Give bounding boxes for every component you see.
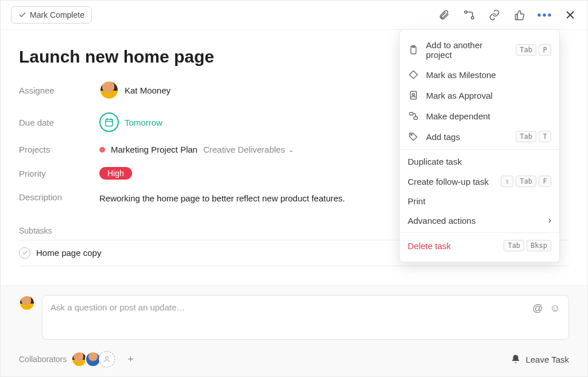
svg-rect-14 [409, 112, 413, 115]
priority-label: Priority [19, 169, 99, 178]
chevron-down-icon: ⌄ [288, 146, 294, 154]
menu-item-label: Mark as Approval [426, 91, 493, 100]
collaborators: Collaborators + [19, 351, 134, 367]
subtask-check-icon[interactable] [19, 247, 30, 259]
link-icon[interactable] [488, 8, 501, 22]
assignee-avatar [99, 80, 119, 100]
menu-item[interactable]: Add tagsTabT [400, 126, 559, 147]
collaborator-avatars[interactable] [74, 351, 115, 367]
leave-task-label: Leave Task [525, 355, 569, 364]
check-icon [18, 11, 26, 19]
menu-item[interactable]: Print [400, 192, 559, 211]
projects-value[interactable]: Marketing Project Plan Creative Delivera… [99, 145, 294, 154]
svg-point-13 [412, 94, 415, 96]
menu-item[interactable]: Mark as Approval [400, 85, 559, 106]
calendar-icon [99, 112, 119, 132]
priority-value[interactable]: High [99, 167, 132, 180]
subtask-title: Home page copy [36, 248, 101, 258]
menu-item[interactable]: Advanced actions› [400, 211, 559, 230]
menu-item-label: Delete task [408, 241, 451, 251]
keyboard-shortcut-key: F [539, 176, 551, 187]
like-icon[interactable] [513, 8, 527, 22]
topbar: Mark Complete ••• [1, 1, 587, 30]
keyboard-shortcut-key: Tab [504, 240, 524, 251]
menu-item[interactable]: Create follow-up task⇧TabF [400, 171, 559, 192]
current-user-avatar [19, 295, 35, 311]
keyboard-shortcut-key: Tab [516, 176, 536, 187]
collaborator-placeholder-avatar[interactable] [99, 351, 115, 367]
chevron-right-icon: › [548, 215, 551, 226]
tag-icon [408, 131, 419, 142]
menu-item[interactable]: Delete taskTabBksp [400, 235, 559, 256]
description-text[interactable]: Reworking the home page to better reflec… [99, 192, 345, 205]
depend-icon [408, 110, 419, 122]
menu-item-label: Add to another project [426, 40, 510, 60]
mention-icon[interactable]: @ [532, 302, 543, 314]
task-detail-pane: Mark Complete ••• Launch new home page [0, 0, 588, 377]
leave-task-button[interactable]: Leave Task [510, 354, 569, 364]
menu-item-label: Advanced actions [408, 216, 475, 226]
comment-input[interactable]: Ask a question or post an update… @ ☺ [42, 295, 569, 340]
add-collaborator-button[interactable]: + [127, 353, 134, 366]
keyboard-shortcut-key: Tab [516, 44, 536, 56]
close-icon[interactable] [563, 8, 577, 22]
comment-placeholder: Ask a question or post an update… [51, 302, 185, 332]
svg-point-8 [106, 356, 109, 359]
menu-item-label: Add tags [426, 132, 460, 142]
project-section-select[interactable]: Creative Deliverables ⌄ [203, 145, 295, 154]
due-date-label: Due date [19, 118, 99, 127]
keyboard-shortcut-key: T [539, 131, 551, 142]
comment-area: Ask a question or post an update… @ ☺ Co… [1, 285, 587, 376]
keyboard-shortcut-key: P [539, 44, 551, 56]
menu-item-label: Mark as Milestone [426, 70, 496, 80]
diamond-icon [408, 69, 419, 80]
menu-item-label: Create follow-up task [408, 177, 489, 186]
subtask-icon[interactable] [462, 8, 476, 22]
keyboard-shortcut-key: ⇧ [501, 176, 513, 187]
projects-label: Projects [19, 145, 99, 154]
menu-item-label: Make dependent [426, 111, 490, 121]
project-color-dot [99, 147, 105, 153]
approval-icon [408, 90, 419, 101]
menu-item-label: Duplicate task [408, 157, 462, 166]
menu-item[interactable]: Add to another projectTabP [400, 36, 559, 64]
more-actions-button[interactable]: ••• [538, 8, 552, 22]
clipboard-icon [408, 44, 419, 56]
svg-rect-11 [409, 71, 417, 79]
description-label: Description [19, 192, 99, 202]
keyboard-shortcut-key: Tab [516, 131, 536, 142]
mark-complete-button[interactable]: Mark Complete [11, 6, 92, 24]
attachment-icon[interactable] [437, 8, 451, 22]
svg-rect-4 [106, 119, 113, 126]
due-date-text: Tomorrow [125, 118, 163, 127]
topbar-actions: ••• [437, 8, 577, 22]
bell-icon [510, 354, 521, 364]
assignee-label: Assignee [19, 85, 99, 95]
keyboard-shortcut-key: Bksp [527, 240, 551, 251]
menu-item[interactable]: Mark as Milestone [400, 64, 559, 85]
menu-item-label: Print [408, 196, 425, 206]
emoji-icon[interactable]: ☺ [550, 302, 560, 314]
due-date-value[interactable]: Tomorrow [99, 112, 163, 132]
project-name: Marketing Project Plan [111, 145, 198, 154]
menu-item[interactable]: Duplicate task [400, 152, 559, 171]
svg-point-16 [411, 134, 412, 135]
collaborators-label: Collaborators [19, 355, 67, 364]
project-section-label: Creative Deliverables [203, 145, 285, 154]
priority-pill: High [99, 167, 132, 180]
assignee-name: Kat Mooney [125, 85, 171, 95]
mark-complete-label: Mark Complete [30, 10, 84, 20]
assignee-value[interactable]: Kat Mooney [99, 80, 171, 100]
menu-item[interactable]: Make dependent [400, 106, 559, 126]
more-actions-menu: Add to another projectTabPMark as Milest… [399, 29, 560, 262]
